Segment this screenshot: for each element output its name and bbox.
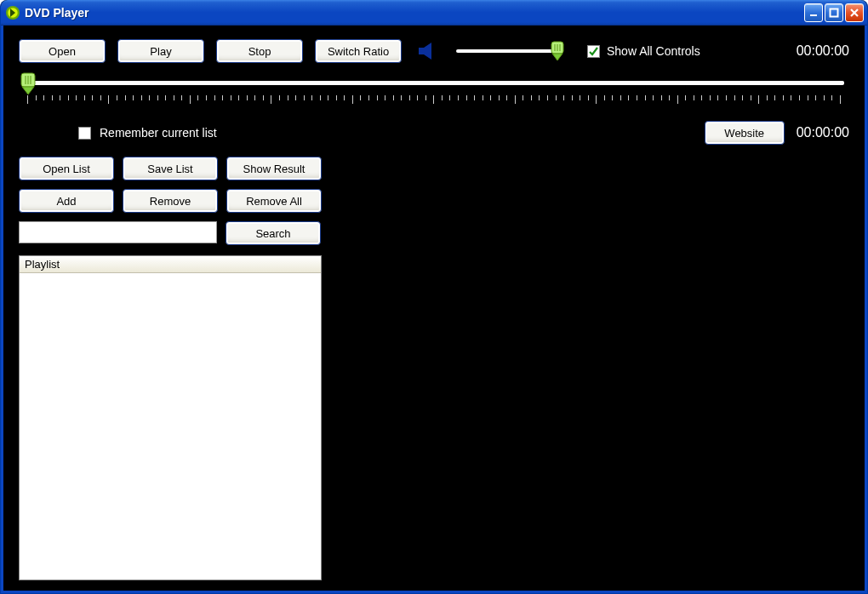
mid-row: Remember current list Website 00:00:00 [19, 121, 849, 145]
switch-ratio-button[interactable]: Switch Ratio [315, 39, 402, 63]
window-title: DVD Player [25, 6, 804, 20]
show-result-button[interactable]: Show Result [226, 157, 322, 180]
client-area: Open Play Stop Switch Ratio [1, 26, 867, 593]
svg-marker-9 [22, 87, 34, 94]
check-icon [588, 46, 599, 57]
playlist-panel[interactable]: Playlist [19, 255, 322, 580]
search-input[interactable] [19, 221, 217, 243]
svg-marker-4 [552, 54, 562, 60]
show-all-group: Show All Controls [587, 44, 700, 58]
maximize-button[interactable] [825, 3, 843, 22]
open-button[interactable]: Open [19, 39, 106, 63]
add-button[interactable]: Add [19, 189, 114, 213]
close-icon [849, 8, 859, 18]
playlist-header[interactable]: Playlist [20, 256, 321, 273]
open-list-button[interactable]: Open List [19, 157, 114, 180]
svg-rect-1 [831, 9, 838, 16]
remember-checkbox[interactable] [78, 127, 91, 140]
minimize-button[interactable] [804, 3, 823, 22]
seek-thumb-icon[interactable] [19, 71, 37, 95]
app-window: DVD Player Open Play Stop Switch Ratio [0, 0, 868, 594]
play-button[interactable]: Play [117, 39, 204, 63]
show-all-label: Show All Controls [607, 44, 700, 58]
remember-group: Remember current list [78, 126, 217, 140]
svg-marker-2 [419, 43, 431, 60]
close-button[interactable] [845, 3, 864, 22]
volume-icon [417, 42, 439, 60]
seek-track [27, 81, 844, 85]
remove-button[interactable]: Remove [123, 189, 218, 213]
search-row: Search [19, 221, 849, 245]
volume-thumb-icon[interactable] [550, 41, 565, 61]
main-time: 00:00:00 [797, 43, 849, 59]
maximize-icon [829, 8, 839, 18]
app-icon [6, 6, 20, 20]
secondary-time: 00:00:00 [797, 125, 849, 140]
volume-track [456, 49, 563, 53]
seek-ticks [27, 95, 841, 106]
website-button[interactable]: Website [705, 121, 785, 145]
remember-label: Remember current list [100, 126, 217, 140]
seek-slider[interactable] [19, 75, 849, 94]
remove-all-button[interactable]: Remove All [226, 189, 322, 213]
mid-right: Website 00:00:00 [705, 121, 849, 145]
show-all-checkbox[interactable] [587, 45, 600, 58]
svg-rect-0 [810, 14, 817, 16]
playlist-body[interactable] [20, 273, 321, 580]
main-toolbar: Open Play Stop Switch Ratio [19, 39, 849, 63]
save-list-button[interactable]: Save List [123, 157, 218, 180]
volume-slider[interactable] [456, 45, 563, 57]
stop-button[interactable]: Stop [216, 39, 303, 63]
seek-area [19, 75, 849, 106]
minimize-icon [808, 8, 819, 18]
titlebar[interactable]: DVD Player [1, 0, 867, 26]
list-toolbar: Open List Save List Show Result Add Remo… [19, 157, 849, 213]
search-button[interactable]: Search [226, 221, 321, 245]
window-controls [804, 3, 864, 22]
